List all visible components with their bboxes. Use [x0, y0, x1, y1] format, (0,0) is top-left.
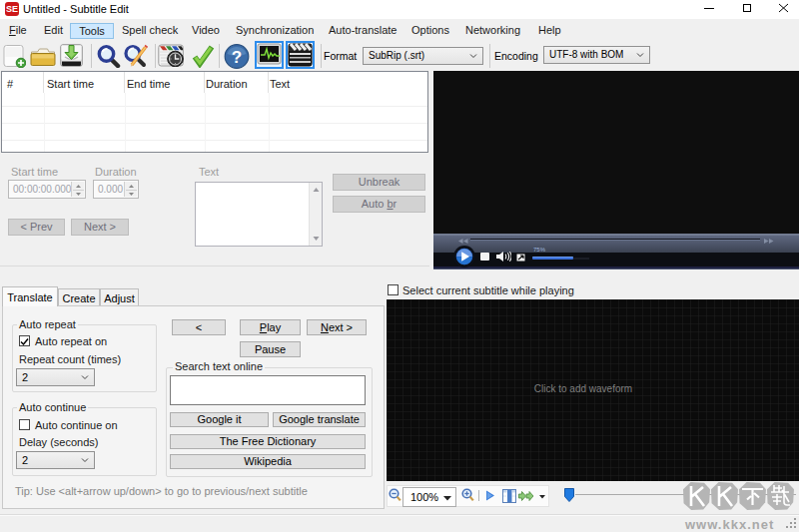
svg-text:?: ? [232, 48, 242, 67]
svg-text:Click to add waveform: Click to add waveform [534, 383, 632, 394]
